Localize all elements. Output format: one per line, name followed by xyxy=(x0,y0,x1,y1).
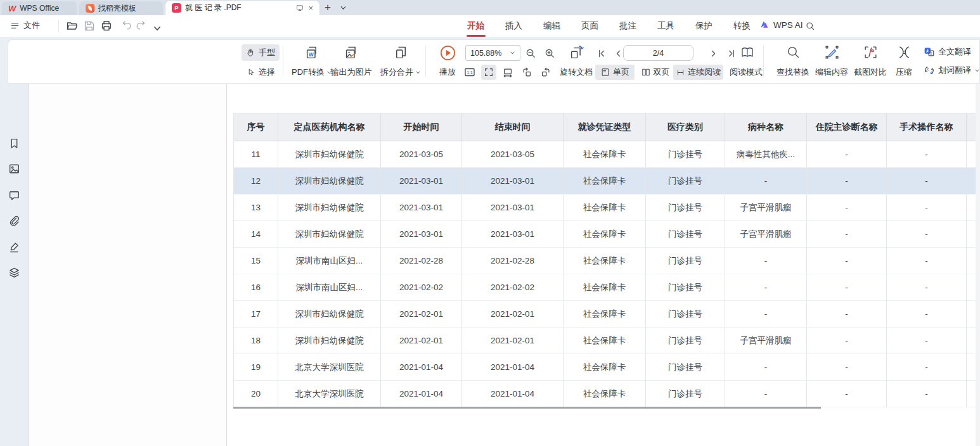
continuous-read-button[interactable]: 连续阅读 xyxy=(673,65,723,80)
comment-icon[interactable] xyxy=(8,189,21,202)
table-cell: 子宫平滑肌瘤 xyxy=(725,221,807,248)
table-cell: 18 xyxy=(234,328,278,354)
redo-icon[interactable] xyxy=(136,20,148,32)
ribbon-tabs: 开始插入编辑页面批注工具保护转换 xyxy=(467,15,751,37)
play-button[interactable]: 播放 xyxy=(429,42,466,82)
ribbon-tab-7[interactable]: 保护 xyxy=(695,20,712,32)
table-row[interactable]: 18深圳市妇幼保健院2021-02-012021-02-01社会保障卡门诊挂号子… xyxy=(234,328,980,354)
table-cell: 社会保障卡 xyxy=(564,248,646,274)
table-cell: 2021-01-04 xyxy=(462,354,564,381)
table-cell: 门诊挂号 xyxy=(646,328,725,354)
table-cell: 2021-03-01 xyxy=(462,168,564,194)
bookmark-icon[interactable] xyxy=(8,137,21,150)
table-cell: - xyxy=(887,381,967,407)
compress-button[interactable]: 压缩 xyxy=(889,42,919,82)
table-cell: - xyxy=(725,168,807,194)
ribbon-tab-3[interactable]: 编辑 xyxy=(543,20,560,32)
zoom-out-button[interactable] xyxy=(523,46,538,61)
hamburger-icon xyxy=(10,21,20,30)
table-row[interactable]: 19北京大学深圳医院2021-01-042021-01-04社会保障卡门诊挂号-… xyxy=(234,354,980,381)
save-icon[interactable] xyxy=(83,20,96,32)
undo-icon[interactable] xyxy=(119,20,132,32)
find-replace-button[interactable]: 查找替换 xyxy=(771,42,815,82)
page-indicator-input[interactable]: 2/4 xyxy=(623,45,693,61)
table-cell: 子宫平滑肌瘤 xyxy=(725,194,807,221)
table-header-cell: 手术操作名称 xyxy=(887,113,967,141)
table-row[interactable]: 11深圳市妇幼保健院2021-03-052021-03-05社会保障卡门诊挂号病… xyxy=(234,141,980,168)
play-label: 播放 xyxy=(439,67,456,78)
read-mode-button[interactable]: 阅读模式 xyxy=(725,65,767,80)
signature-pen-icon[interactable] xyxy=(8,241,21,254)
compress-label: 压缩 xyxy=(896,67,912,78)
full-translate-button[interactable]: A文 全文翻译 xyxy=(924,45,980,59)
monitor-icon[interactable] xyxy=(295,4,304,13)
select-tool-button[interactable]: 选择 xyxy=(242,64,280,80)
actual-size-button[interactable]: 1:1 xyxy=(462,65,477,80)
rotate-right-button[interactable] xyxy=(538,65,553,80)
ribbon-tab-4[interactable]: 页面 xyxy=(581,20,598,32)
screenshot-compare-button[interactable]: 截图对比 xyxy=(849,42,892,82)
table-row[interactable]: 12深圳市妇幼保健院2021-03-012021-03-01社会保障卡门诊挂号-… xyxy=(234,168,980,194)
zoom-level-input[interactable]: 105.88% xyxy=(465,45,520,61)
table-cell: 2021-02-01 xyxy=(381,328,462,354)
document-view[interactable]: 序号定点医药机构名称开始时间结束时间就诊凭证类型医疗类别病种名称住院主诊断名称手… xyxy=(29,84,980,446)
tab-docer-templates[interactable]: 找稻壳模板 xyxy=(79,1,163,15)
attachment-icon[interactable] xyxy=(8,214,21,227)
vertical-scrollbar[interactable] xyxy=(976,84,980,446)
single-page-button[interactable]: 单页 xyxy=(595,65,635,80)
print-icon[interactable] xyxy=(100,20,113,32)
svg-text:文: 文 xyxy=(925,67,929,71)
fit-width-button[interactable] xyxy=(500,65,515,80)
tab-document[interactable]: P 就 医 记 录 .PDF × xyxy=(165,1,319,15)
double-page-icon xyxy=(641,67,651,77)
divider xyxy=(763,46,764,77)
table-header-cell: 住院主诊断名称 xyxy=(807,113,887,141)
open-folder-icon[interactable] xyxy=(66,20,79,32)
table-cell: 社会保障卡 xyxy=(564,194,646,221)
wps-ai-button[interactable]: WPS AI xyxy=(759,20,803,30)
table-cell: 2021-03-05 xyxy=(381,141,462,168)
ribbon-tab-2[interactable]: 插入 xyxy=(505,20,522,32)
table-row[interactable]: 17深圳市妇幼保健院2021-02-012021-02-01社会保障卡门诊挂号-… xyxy=(234,301,980,328)
edit-content-button[interactable]: 编辑内容 xyxy=(810,42,853,82)
find-replace-icon xyxy=(785,44,801,60)
ribbon-tab-6[interactable]: 工具 xyxy=(657,20,674,32)
rotate-left-button[interactable] xyxy=(519,65,534,80)
export-image-button[interactable]: 输出为图片 xyxy=(323,42,380,82)
table-row[interactable]: 14深圳市妇幼保健院2021-03-012021-03-01社会保障卡门诊挂号子… xyxy=(234,221,980,248)
tab-wps-office[interactable]: W WPS Office xyxy=(2,1,77,15)
full-translate-icon: A文 xyxy=(924,46,935,58)
word-translate-button[interactable]: 文A 划词翻译 xyxy=(924,63,980,77)
ribbon-tab-1[interactable]: 开始 xyxy=(467,20,484,32)
split-merge-button[interactable]: 拆分合并 xyxy=(373,42,428,82)
divider xyxy=(425,46,426,77)
table-row[interactable]: 20北京大学深圳医院2021-01-042021-01-04社会保障卡门诊挂号-… xyxy=(234,381,980,407)
table-cell: 社会保障卡 xyxy=(564,381,646,407)
toolbar-chevron-icon[interactable] xyxy=(153,22,162,35)
fit-page-button[interactable] xyxy=(481,65,496,80)
layers-icon[interactable] xyxy=(8,266,21,279)
hand-tool-button[interactable]: 手型 xyxy=(242,44,280,61)
read-mode-book-icon[interactable] xyxy=(738,44,756,61)
ribbon-search-icon[interactable] xyxy=(805,21,816,32)
table-cell: - xyxy=(807,168,887,194)
tab-list-chevron-icon[interactable] xyxy=(340,4,347,11)
close-tab-icon[interactable]: × xyxy=(308,4,313,12)
table-cell: 门诊挂号 xyxy=(646,141,725,168)
next-page-button[interactable] xyxy=(706,46,721,61)
table-cell: - xyxy=(887,168,967,194)
ribbon-tab-8[interactable]: 转换 xyxy=(733,20,751,32)
last-page-button[interactable] xyxy=(723,46,738,61)
table-cell: 17 xyxy=(234,301,278,328)
table-header-cell: 结束时间 xyxy=(462,113,564,141)
file-menu-button[interactable]: 文件 xyxy=(10,20,40,31)
table-row[interactable]: 16深圳市南山区妇...2021-02-022021-02-02社会保障卡门诊挂… xyxy=(234,274,980,301)
table-row[interactable]: 13深圳市妇幼保健院2021-03-012021-03-01社会保障卡门诊挂号子… xyxy=(234,194,980,221)
new-tab-button[interactable]: + xyxy=(325,1,331,14)
first-page-button[interactable] xyxy=(594,46,609,61)
table-row[interactable]: 15深圳市南山区妇...2021-02-282021-02-28社会保障卡门诊挂… xyxy=(234,248,980,274)
thumbnail-icon[interactable] xyxy=(8,162,21,175)
table-cell: 深圳市南山区妇... xyxy=(278,274,381,301)
table-cell: 病毒性其他疾... xyxy=(725,141,807,168)
ribbon-tab-5[interactable]: 批注 xyxy=(619,20,636,32)
